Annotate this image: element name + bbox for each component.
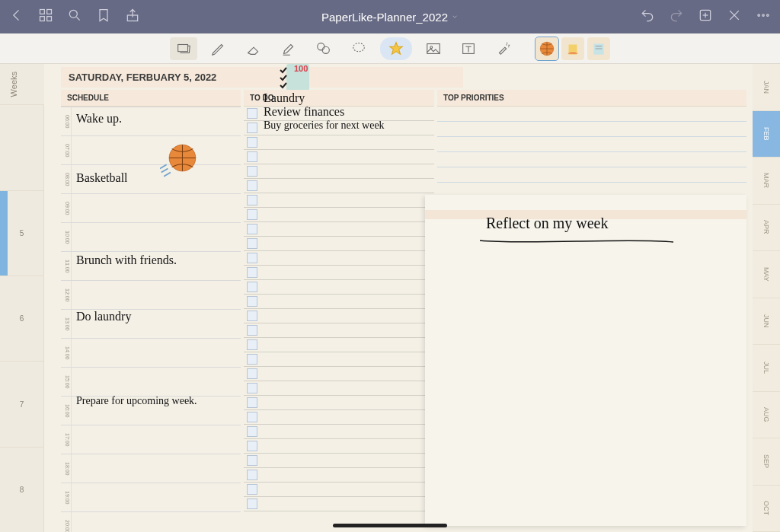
todo-row[interactable] (244, 222, 434, 237)
todo-checkbox[interactable] (247, 311, 257, 321)
todo-checkbox[interactable] (247, 137, 257, 148)
document-title[interactable]: PaperLike-Planner_2022 (140, 11, 640, 24)
search-icon[interactable] (67, 8, 82, 26)
todo-row[interactable] (244, 338, 434, 352)
todo-checkbox[interactable] (247, 339, 257, 350)
month-tab[interactable]: SEP (753, 438, 780, 486)
todo-checkbox[interactable] (247, 455, 257, 466)
document-canvas[interactable]: Weeks 5678 SATURDAY, FERBUARY 5, 2022 10… (0, 64, 780, 532)
add-page-icon[interactable] (698, 8, 713, 26)
todo-row[interactable] (244, 323, 434, 338)
todo-checkbox[interactable] (247, 238, 257, 249)
month-tab[interactable]: JAN (753, 64, 780, 111)
sticker-basketball[interactable] (535, 37, 558, 60)
todo-checkbox[interactable] (247, 108, 257, 119)
week-tab[interactable]: 7 (0, 361, 44, 446)
month-tab[interactable]: MAR (753, 158, 780, 205)
undo-icon[interactable] (640, 8, 655, 26)
schedule-row[interactable]: 15:00 (61, 368, 241, 397)
todo-checkbox[interactable] (247, 151, 257, 162)
todo-checkbox[interactable] (247, 267, 257, 278)
planner-page[interactable]: SATURDAY, FERBUARY 5, 2022 100 SCHEDULE … (44, 64, 753, 532)
laser-tool[interactable] (490, 37, 517, 60)
more-icon[interactable] (756, 8, 771, 26)
shapes-tool[interactable] (310, 37, 337, 60)
todo-row[interactable] (244, 164, 434, 179)
todo-checkbox[interactable] (247, 397, 257, 408)
todo-checkbox[interactable] (247, 470, 257, 480)
todo-checkbox[interactable] (247, 123, 257, 133)
todo-checkbox[interactable] (247, 209, 257, 220)
week-tab[interactable] (0, 104, 44, 190)
todo-checkbox[interactable] (247, 499, 257, 509)
lasso-tool[interactable] (345, 37, 372, 60)
month-tab[interactable]: JUL (753, 345, 780, 392)
schedule-row[interactable]: 10:00 (61, 223, 241, 252)
todo-checkbox[interactable] (247, 354, 257, 365)
todo-row[interactable] (244, 280, 434, 295)
todo-checkbox[interactable] (247, 441, 257, 451)
todo-row[interactable] (244, 266, 434, 280)
sticker-notes[interactable] (587, 37, 610, 60)
schedule-row[interactable]: 12:00 (61, 281, 241, 310)
schedule-row[interactable]: 17:00 (61, 425, 241, 454)
redo-icon[interactable] (669, 8, 684, 26)
back-icon[interactable] (9, 8, 24, 26)
todo-row[interactable] (244, 425, 434, 439)
todo-row[interactable] (244, 454, 434, 468)
todo-checkbox[interactable] (247, 224, 257, 234)
month-tab[interactable]: AUG (753, 392, 780, 439)
journal-card[interactable]: Reflect on my week (425, 195, 746, 526)
image-tool[interactable] (420, 37, 447, 60)
todo-checkbox[interactable] (247, 195, 257, 205)
todo-checkbox[interactable] (247, 426, 257, 437)
pen-tool[interactable] (205, 37, 232, 60)
todo-row[interactable] (244, 352, 434, 367)
text-tool[interactable] (455, 37, 482, 60)
todo-row[interactable] (244, 468, 434, 483)
todo-checkbox[interactable] (247, 368, 257, 379)
todo-row[interactable] (244, 410, 434, 425)
week-tab[interactable]: 5 (0, 190, 44, 276)
todo-checkbox[interactable] (247, 180, 257, 191)
todo-row[interactable] (244, 135, 434, 150)
todo-row[interactable] (244, 439, 434, 454)
eraser-tool[interactable] (240, 37, 267, 60)
close-icon[interactable] (727, 8, 742, 26)
month-tab[interactable]: OCT (753, 486, 780, 533)
share-icon[interactable] (125, 8, 140, 26)
month-tab[interactable]: APR (753, 205, 780, 252)
schedule-row[interactable]: 20:00 (61, 512, 241, 532)
week-tab[interactable]: 6 (0, 276, 44, 361)
thumbnails-icon[interactable] (38, 8, 53, 26)
todo-checkbox[interactable] (247, 253, 257, 263)
todo-checkbox[interactable] (247, 383, 257, 393)
schedule-row[interactable]: 19:00 (61, 483, 241, 512)
month-tab[interactable]: FEB (753, 111, 780, 158)
todo-checkbox[interactable] (247, 325, 257, 336)
todo-checkbox[interactable] (247, 296, 257, 307)
todo-checkbox[interactable] (247, 484, 257, 495)
month-tab[interactable]: MAY (753, 251, 780, 298)
todo-row[interactable] (244, 381, 434, 396)
todo-row[interactable] (244, 179, 434, 193)
schedule-row[interactable]: 18:00 (61, 454, 241, 483)
browse-tool[interactable] (170, 37, 197, 60)
month-tab[interactable]: JUN (753, 298, 780, 346)
week-tab[interactable]: 8 (0, 447, 44, 532)
bookmark-icon[interactable] (96, 8, 111, 26)
sticker-list[interactable] (561, 37, 584, 60)
todo-checkbox[interactable] (247, 282, 257, 292)
todo-row[interactable] (244, 497, 434, 511)
favorites-tool[interactable] (380, 37, 412, 60)
todo-row[interactable] (244, 237, 434, 251)
todo-row[interactable] (244, 396, 434, 410)
todo-checkbox[interactable] (247, 166, 257, 177)
todo-row[interactable] (244, 483, 434, 497)
todo-row[interactable] (244, 309, 434, 323)
todo-row[interactable] (244, 150, 434, 164)
schedule-row[interactable]: 07:00 (61, 136, 241, 165)
todo-row[interactable] (244, 295, 434, 309)
schedule-row[interactable]: 14:00 (61, 339, 241, 368)
todo-row[interactable] (244, 208, 434, 222)
